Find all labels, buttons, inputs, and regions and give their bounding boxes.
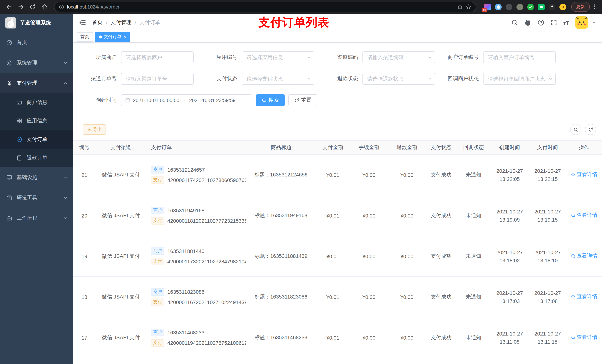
tab-pay-order[interactable]: 支付订单 × xyxy=(95,32,130,42)
sidebar-item-app-info[interactable]: 应用信息 xyxy=(0,112,73,130)
reset-button[interactable]: 重置 xyxy=(288,94,317,106)
cell-order: 商户 1635311881440 支付 42000011732021102728… xyxy=(146,236,246,277)
bookmark-star-icon[interactable] xyxy=(466,4,471,10)
view-detail-link[interactable]: 查看详情 xyxy=(571,253,597,260)
cell-fee-amount: ¥0.00 xyxy=(350,155,388,195)
merchant-select[interactable] xyxy=(121,52,194,63)
pay-tag: 支付 xyxy=(151,217,164,224)
breadcrumb-section[interactable]: 支付管理 xyxy=(111,19,131,26)
sidebar-item-refund-order[interactable]: 退款订单 xyxy=(0,149,73,167)
reset-button-label: 重置 xyxy=(301,97,311,104)
col-header-pay-status: 支付状态 xyxy=(425,140,457,155)
sidebar-item-workflow[interactable]: 工作流程 xyxy=(0,208,73,228)
page-annotation: 支付订单列表 xyxy=(258,15,330,30)
help-icon[interactable] xyxy=(538,19,544,26)
filter-notify-status: 回调商户状态 xyxy=(435,73,556,85)
logo[interactable]: 芋道管理系统 xyxy=(0,14,73,32)
cell-pay-time: 2021-10-27 13:18:10 xyxy=(529,236,566,277)
font-size-icon[interactable]: TT xyxy=(563,20,569,26)
cell-id: 20 xyxy=(73,195,96,236)
breadcrumb-home[interactable]: 首页 xyxy=(92,19,103,26)
url-host: localhost xyxy=(67,4,86,10)
extension-icon-3[interactable] xyxy=(506,3,512,10)
sidebar-collapse-icon[interactable] xyxy=(79,19,86,26)
pay-order-line: 支付 4200001174202110278060590766 xyxy=(151,176,246,184)
channel-order-no-input[interactable] xyxy=(121,73,194,85)
sidebar-item-label: 支付订单 xyxy=(27,136,47,143)
filter-label: 商户订单编号 xyxy=(435,54,483,61)
extension-check-icon[interactable] xyxy=(527,3,534,10)
refund-status-select[interactable] xyxy=(363,73,435,85)
search-button[interactable]: 搜索 xyxy=(256,94,285,106)
cell-pay-status xyxy=(425,358,457,364)
merchant-order-line: 商户 1635311949168 xyxy=(151,207,246,214)
avatar-caret-icon[interactable] xyxy=(592,21,596,25)
filter-label: 回调商户状态 xyxy=(435,75,483,82)
chevron-down-icon xyxy=(63,175,68,180)
browser-update-button[interactable]: 更新 xyxy=(571,2,590,12)
sidebar-item-label: 应用信息 xyxy=(27,118,47,124)
channel-code-select[interactable] xyxy=(363,52,435,63)
refresh-icon[interactable] xyxy=(585,124,596,135)
sidebar-item-merchant-info[interactable]: 商户信息 xyxy=(0,93,73,112)
cell-actions: 查看详情 xyxy=(566,277,602,317)
pay-tag: 支付 xyxy=(151,176,164,184)
sidebar-item-system[interactable]: 系统管理 xyxy=(0,52,73,73)
notify-status-select[interactable] xyxy=(483,73,556,85)
date-end: 2021-10-31 23:59:59 xyxy=(189,97,236,103)
reload-icon[interactable] xyxy=(27,2,38,12)
hide-search-icon[interactable] xyxy=(570,124,581,135)
forward-icon[interactable] xyxy=(16,2,26,12)
github-icon[interactable] xyxy=(524,19,531,26)
extension-pin-icon[interactable] xyxy=(549,3,555,10)
pay-status-select[interactable] xyxy=(242,73,314,85)
cell-notify-status xyxy=(457,358,490,364)
view-detail-link[interactable]: 查看详情 xyxy=(571,334,597,341)
cell-refund-amount: ¥0.00 xyxy=(388,277,425,317)
close-icon[interactable]: × xyxy=(123,34,126,39)
browser-menu-icon[interactable] xyxy=(591,4,598,9)
sidebar-item-home[interactable]: 首页 xyxy=(0,32,73,52)
cell-create-time: 2021-10-27 13:19:09 xyxy=(490,195,529,236)
app-no-select[interactable] xyxy=(242,52,314,63)
search-icon[interactable] xyxy=(511,19,518,26)
site-info-icon[interactable] xyxy=(59,4,64,10)
document-icon xyxy=(16,155,22,161)
view-detail-link[interactable]: 查看详情 xyxy=(571,293,597,300)
view-detail-link[interactable]: 查看详情 xyxy=(571,171,597,178)
extension-icon-4[interactable] xyxy=(516,3,523,10)
cell-order: 商户 1635311468233 支付 42000011942021102767… xyxy=(146,317,246,358)
tab-home[interactable]: 首页 xyxy=(77,32,93,42)
cell-refund-amount: ¥0.00 xyxy=(388,195,425,236)
view-detail-link[interactable]: 查看详情 xyxy=(571,212,597,219)
cell-refund-amount: ¥0.00 xyxy=(388,236,425,277)
back-icon[interactable] xyxy=(4,2,14,12)
user-avatar[interactable] xyxy=(575,16,588,29)
filter-app-no: 应用编号 xyxy=(194,52,314,63)
extension-drop-icon[interactable] xyxy=(495,3,502,10)
cell-channel: 微信 JSAPI 支付 xyxy=(96,195,146,236)
extension-emoji-icon[interactable] xyxy=(559,3,566,10)
col-header-channel: 支付渠道 xyxy=(96,140,146,155)
extension-icon-1[interactable]: 10 xyxy=(484,3,491,10)
table-row: 商户 1635311357186 支付 查看详情 xyxy=(73,358,602,364)
address-bar[interactable]: localhost:1024/pay/order xyxy=(54,2,476,12)
sidebar-item-pay-order[interactable]: 支付订单 xyxy=(0,130,73,149)
fullscreen-icon[interactable] xyxy=(550,19,557,26)
merchant-order-no-input[interactable] xyxy=(483,52,556,63)
extension-chat-icon[interactable] xyxy=(538,3,545,10)
cell-id: 17 xyxy=(73,317,96,358)
merchant-tag: 商户 xyxy=(151,207,164,214)
calendar-icon xyxy=(125,98,130,103)
home-icon[interactable] xyxy=(39,2,50,12)
share-icon[interactable] xyxy=(457,4,463,10)
sidebar-item-payment[interactable]: 支付管理 xyxy=(0,73,73,93)
cell-actions: 查看详情 xyxy=(566,236,602,277)
sidebar-item-dev-tools[interactable]: 研发工具 xyxy=(0,187,73,208)
create-time-range-picker[interactable]: 2021-10-01 00:00:00 - 2021-10-31 23:59:5… xyxy=(121,94,251,106)
sidebar-item-infra[interactable]: 基础设施 xyxy=(0,167,73,187)
cell-notify-status: 未通知 xyxy=(457,195,490,236)
filter-row-3: 创建时间 2021-10-01 00:00:00 - 2021-10-31 23… xyxy=(73,94,602,106)
pay-order-line: 支付 4200001167202110271022491439 xyxy=(151,298,246,306)
export-button[interactable]: 导出 xyxy=(83,124,106,135)
